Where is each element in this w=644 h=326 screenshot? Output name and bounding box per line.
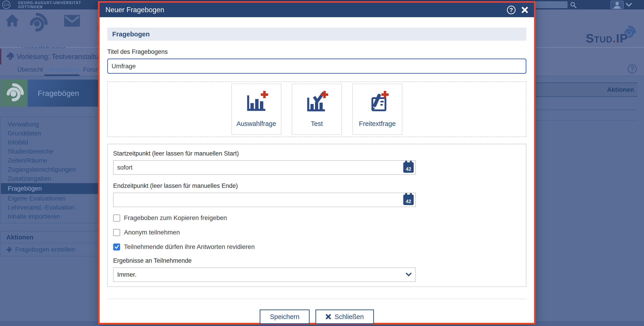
home-icon[interactable]: [5, 14, 20, 28]
checkbox-box[interactable]: [113, 215, 120, 222]
close-button[interactable]: Schließen: [316, 309, 374, 324]
studip-logo-spiral-icon: [622, 25, 636, 40]
settings-fieldset: Startzeitpunkt (leer lassen für manuelle…: [107, 144, 526, 287]
mail-icon[interactable]: [64, 15, 80, 28]
question-type-label: Freitextfrage: [359, 120, 396, 127]
dialog-close-icon[interactable]: [522, 7, 528, 13]
checkbox-copy-share[interactable]: Frageboben zum Kopieren freigeben: [113, 214, 520, 222]
end-field-label: Endzeitpunkt (leer lassen für manuelles …: [113, 183, 520, 190]
dialog-body: Fragebogen Titel des Fragebogens Auswahl…: [100, 28, 534, 324]
checkbox-anonymous[interactable]: Anonym teilnehmen: [113, 229, 520, 236]
tab-uebersicht[interactable]: Übersicht: [17, 66, 43, 73]
results-select[interactable]: Immer.: [113, 267, 416, 282]
veranstaltungen-spiral-icon[interactable]: [27, 12, 48, 35]
university-seal-logo[interactable]: GA: [2, 1, 10, 9]
checkbox-revise-answers[interactable]: Teilnehmende dürfen ihre Antworten revid…: [113, 243, 520, 250]
question-type-auswahlfrage-button[interactable]: Auswahlfrage: [231, 84, 281, 135]
search-icon[interactable]: [570, 2, 577, 9]
user-avatar-button[interactable]: [610, 1, 624, 9]
title-field-label: Titel des Fragebogens: [107, 48, 526, 55]
logo-red-dot: .: [612, 32, 616, 45]
tab-verwaltung[interactable]: Verwaltung: [48, 66, 78, 73]
question-type-picker: Auswahlfrage Test: [107, 81, 526, 137]
studip-logo: Stud.IP: [586, 31, 628, 45]
checkbox-box[interactable]: [113, 243, 120, 250]
checkbox-box[interactable]: [113, 229, 120, 236]
results-field-label: Ergebnisse an Teilnehmende: [113, 257, 520, 264]
dialog-help-icon[interactable]: ?: [507, 6, 516, 14]
close-x-icon: [326, 314, 331, 319]
test-chart-plus-icon: [305, 90, 328, 113]
question-type-label: Auswahlfrage: [236, 120, 276, 127]
dialog-footer: Speichern Schließen: [107, 309, 526, 324]
course-spiral-icon: [6, 52, 14, 61]
section-header: Fragebogen: [107, 28, 526, 41]
dialog-title: Neuer Fragebogen: [106, 6, 507, 14]
calendar-picker-icon[interactable]: 42: [403, 195, 414, 205]
screen: GA GEORG-AUGUST-UNIVERSITÄT GÖTTINGEN: [0, 0, 644, 326]
question-type-label: Test: [311, 120, 323, 127]
plus-icon: ✚: [6, 246, 12, 254]
start-datetime-input[interactable]: [113, 160, 416, 175]
new-questionnaire-dialog: Neuer Fragebogen ? Fragebogen Titel des …: [98, 1, 536, 324]
start-field-label: Startzeitpunkt (leer lassen für manuelle…: [113, 150, 520, 157]
pen-document-plus-icon: [366, 90, 389, 113]
person-icon: [612, 1, 622, 9]
question-type-freitextfrage-button[interactable]: Freitextfrage: [352, 84, 402, 135]
page-help-icon[interactable]: ?: [628, 64, 637, 73]
calendar-picker-icon[interactable]: 42: [403, 162, 414, 173]
save-button[interactable]: Speichern: [260, 309, 310, 324]
sidebar-spiral-icon: [4, 83, 24, 104]
user-menu-chevron-down-icon[interactable]: [626, 3, 632, 8]
tab-active-underline: [44, 74, 80, 76]
end-datetime-input[interactable]: [113, 193, 416, 207]
bar-chart-plus-icon: [244, 90, 268, 113]
dialog-titlebar[interactable]: Neuer Fragebogen ?: [100, 3, 534, 17]
select-chevron-down-icon: [406, 272, 412, 277]
footer-divider: [107, 299, 526, 299]
course-title: Vorlesung: Testveranstaltun: [17, 53, 102, 61]
question-type-test-button[interactable]: Test: [292, 84, 342, 135]
university-name: GEORG-AUGUST-UNIVERSITÄT GÖTTINGEN: [18, 1, 81, 9]
questionnaire-title-input[interactable]: [107, 59, 526, 74]
sidebar-widget-image: [0, 80, 28, 107]
